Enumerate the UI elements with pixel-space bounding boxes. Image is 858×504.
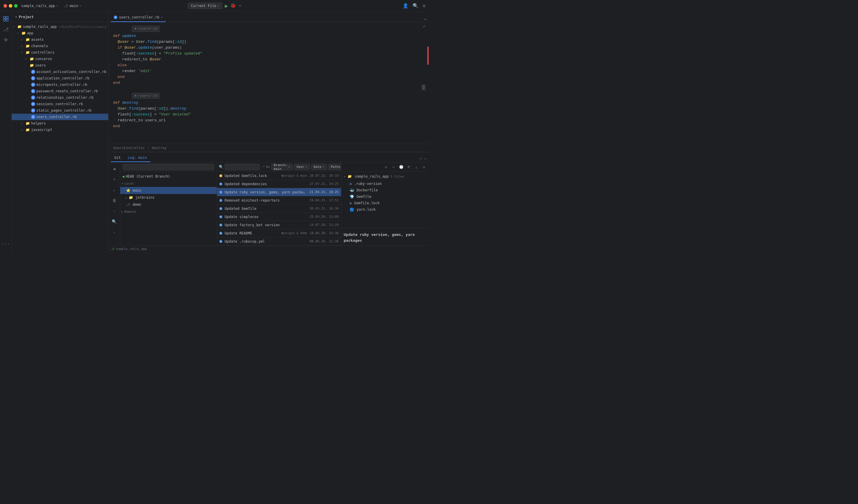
branch-chevron-icon: ▾ (79, 4, 81, 7)
details-file-ruby-version[interactable]: ≡ .ruby-version (344, 180, 427, 187)
current-file-label: Current File (191, 4, 217, 8)
dockerfile-icon: 🐳 (350, 188, 354, 193)
commit-row-7[interactable]: Update README ⧉ origin & demo 18.06.20, … (217, 229, 341, 237)
tree-item-channels[interactable]: ▷ 📁 channels (12, 43, 108, 49)
git-item-head[interactable]: ● HEAD (Current Branch) (120, 173, 217, 180)
date-filter-btn[interactable]: Date ▾ (311, 164, 327, 170)
tree-item-app[interactable]: ▾ 📁 app (12, 30, 108, 36)
details-file-gemfile[interactable]: 💎 Gemfile (344, 193, 427, 200)
tree-item-javascript[interactable]: ▷ 📁 javascript (12, 127, 108, 133)
git-item-local[interactable]: ▾ Local (120, 180, 217, 187)
git-checkout-icon[interactable]: ↙ (110, 186, 118, 194)
branch-selector[interactable]: main ▾ (70, 4, 81, 8)
expand-up-icon[interactable]: △ (413, 164, 419, 170)
tree-item-microposts-controller[interactable]: r microposts_controller.rb (12, 81, 108, 88)
tree-item-relationships[interactable]: r relationships_controller.rb (12, 94, 108, 101)
tree-item-static-pages[interactable]: r static_pages_controller.rb (12, 107, 108, 114)
commit-date-5: 25.09.20, 13:09 (309, 215, 339, 218)
tree-item-sessions[interactable]: r sessions_controller.rb (12, 101, 108, 107)
git-item-remote[interactable]: ▷ Remote (120, 208, 217, 215)
git-search-input[interactable] (123, 164, 214, 170)
breadcrumb-method[interactable]: destroy (152, 146, 167, 150)
plugins-icon[interactable] (1, 35, 11, 45)
tree-item-helpers[interactable]: ▷ 📁 helpers (12, 120, 108, 127)
tab-log-main[interactable]: Log: main (124, 154, 150, 162)
details-file-dockerfile[interactable]: 🐳 Dockerfile (344, 187, 427, 193)
git-collapse-icon[interactable]: ◀ (110, 165, 118, 173)
details-file-yarn-lock[interactable]: 🔵 yarn.lock (344, 206, 427, 213)
details-file-gemfile-lock[interactable]: ≡ Gemfile.lock (344, 200, 427, 206)
git-delete-icon[interactable]: 🗑 (110, 196, 118, 205)
bottom-main: ● HEAD (Current Branch) ▾ Local ⭐ main (120, 162, 429, 246)
git-item-main[interactable]: ⭐ main (120, 187, 217, 194)
branch-filter-x-icon[interactable]: ✕ (288, 165, 290, 169)
tree-item-concerns[interactable]: ▷ 📁 concerns (12, 56, 108, 62)
tab-close-icon[interactable]: ✕ (161, 16, 163, 19)
history-icon[interactable]: 🕐 (398, 164, 404, 170)
database-icon[interactable]: 🗄 (418, 83, 429, 94)
git-add-icon[interactable]: ＋ (110, 175, 118, 183)
settings-icon[interactable]: ⚙ (423, 3, 426, 9)
commit-row-0[interactable]: Updated Gemfile.lock ⧉ origin & main 28.… (217, 172, 341, 180)
users-folder-label: users (35, 63, 46, 67)
tab-users-controller[interactable]: r users_controller.rb ✕ (111, 13, 166, 22)
tree-item-users-folder[interactable]: 📁 users (12, 62, 108, 68)
undo-icon[interactable]: ↩ (390, 164, 397, 170)
git-search-icon[interactable]: 🔍 (110, 217, 118, 226)
project-name[interactable]: sample_rails_app ▾ (21, 4, 58, 8)
tree-item-password-resets[interactable]: r password_resets_controller.rb (12, 88, 108, 94)
tree-item-assets[interactable]: ▷ 📁 assets (12, 36, 108, 43)
code-content[interactable]: ⊕ /users/:id def update @user = User.fin… (109, 22, 429, 144)
minimize-button[interactable] (9, 4, 12, 7)
close-button[interactable] (3, 4, 7, 7)
vcs-panel-icon[interactable]: ⎇ (1, 25, 11, 34)
tabs-more-icon[interactable]: ⋯ (424, 16, 427, 22)
branch-filter-btn[interactable]: Branch: main ✕ (271, 164, 293, 170)
more-run-options-icon[interactable]: ⋯ (238, 3, 241, 9)
tree-item-users-controller[interactable]: r users_controller.rb (12, 114, 108, 120)
bottom-minimize-icon[interactable]: — (424, 156, 427, 161)
breadcrumb-controller[interactable]: UsersController (113, 146, 145, 150)
maximize-button[interactable] (14, 4, 18, 7)
user-filter-btn[interactable]: User ▾ (294, 164, 309, 170)
users-controller-icon: r (31, 115, 35, 119)
tree-root[interactable]: ▾ 📁 sample_rails_app ~/RubyMineProjects/… (12, 23, 108, 30)
commit-row-8[interactable]: Update .rubocop.yml 08.06.20, 11:36 (217, 237, 341, 246)
tab-git[interactable]: Git (111, 154, 124, 162)
git-item-demo[interactable]: ⎇ demo (120, 201, 217, 208)
regex-icon[interactable]: .* (261, 164, 265, 170)
watch-icon[interactable]: 👁 (406, 164, 412, 170)
more-tools-icon[interactable]: ··· (1, 239, 11, 248)
origin-demo-icon-7: ⧉ (282, 231, 284, 235)
current-file-button[interactable]: Current File ▾ (188, 3, 223, 9)
bottom-more-icon[interactable]: ⋯ (419, 156, 422, 161)
main-branch-icon: ⭐ (126, 189, 130, 193)
diff-icon[interactable]: ⇄ (383, 164, 389, 170)
paths-filter-btn[interactable]: Paths ▾ (328, 164, 341, 170)
run-button[interactable]: ▶ (225, 3, 228, 9)
user-icon[interactable]: 👤 (402, 3, 409, 9)
commit-row-4[interactable]: Updated Gemfile 30.03.21, 16:36 (217, 205, 341, 213)
debug-button[interactable]: 🐞 (230, 3, 236, 9)
git-tab-label: Git (114, 156, 121, 160)
close-details-icon[interactable]: ✕ (421, 164, 427, 170)
tree-item-controllers[interactable]: ▾ 📁 controllers (12, 49, 108, 56)
commit-row-1[interactable]: Updated dependencies 27.07.22, 19:25 (217, 180, 341, 188)
account-activations-label: account_activations_controller.rb (36, 70, 106, 74)
commits-search-input[interactable] (225, 164, 260, 170)
project-panel-icon[interactable] (1, 14, 11, 23)
jetbrains-chevron-icon: ▷ (126, 196, 127, 199)
commit-row-6[interactable]: Update factory_bot version 14.07.20, 11:… (217, 221, 341, 229)
search-icon[interactable]: 🔍 (413, 3, 418, 9)
commit-row-2[interactable]: Update ruby version, gems, yarn packages… (217, 188, 341, 196)
git-merge-icon[interactable]: ⇀ (110, 207, 118, 215)
tree-item-account-activations[interactable]: r account_activations_controller.rb (12, 68, 108, 75)
commit-row-3[interactable]: Removed minitest-reporters 19.04.21, 17:… (217, 196, 341, 205)
microposts-controller-icon: r (31, 83, 35, 87)
project-panel-header[interactable]: ▾ Project (12, 12, 108, 22)
commit-row-5[interactable]: Update simplecov 25.09.20, 13:09 (217, 213, 341, 221)
git-fetch-icon[interactable]: ↓ (110, 228, 118, 236)
case-icon[interactable]: Cc (266, 164, 270, 170)
tree-item-application-controller[interactable]: r application_controller.rb (12, 75, 108, 81)
git-item-jetbrains[interactable]: ▷ 📁 jetbrains (120, 194, 217, 201)
